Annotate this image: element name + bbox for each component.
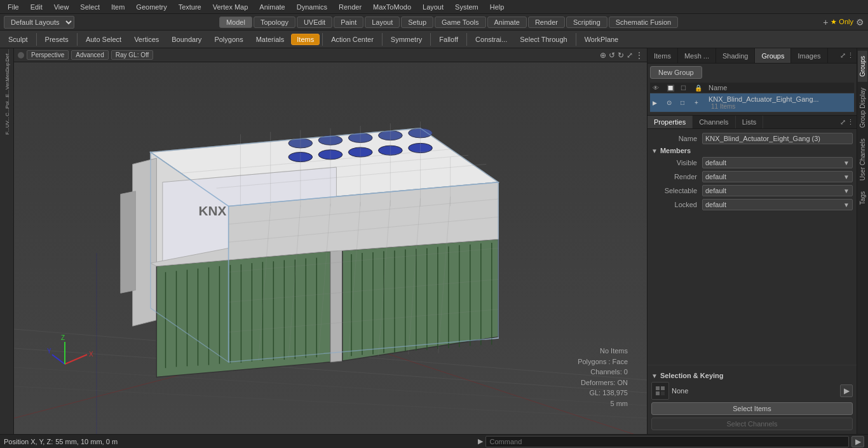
nav-icon-5[interactable]: ⋮	[635, 51, 643, 60]
star-only-label: ★ Only	[831, 18, 853, 26]
render-dropdown[interactable]: default ▼	[702, 171, 853, 182]
sculpt-button[interactable]: Sculpt	[3, 34, 34, 45]
props-more-icon[interactable]: ⋮	[847, 118, 854, 126]
raygl-button[interactable]: Ray GL: Off	[111, 50, 154, 60]
menu-system[interactable]: System	[450, 2, 484, 12]
presets-button[interactable]: Presets	[39, 34, 74, 45]
layout-btn-layout[interactable]: Layout	[365, 17, 400, 28]
props-tab-channels[interactable]: Channels	[693, 116, 735, 128]
auto-select-button[interactable]: Auto Select	[80, 34, 127, 45]
sidebar-item-vertex[interactable]: Ver...	[1, 79, 13, 88]
command-run-button[interactable]: ▶	[851, 436, 864, 447]
action-center-button[interactable]: Action Center	[325, 34, 379, 45]
members-section[interactable]: ▼ Members	[651, 147, 853, 154]
menu-render[interactable]: Render	[334, 2, 367, 12]
viewport-3d[interactable]: KNX	[14, 62, 647, 434]
svg-marker-11	[121, 191, 136, 293]
layout-selector[interactable]: Default Layouts	[4, 16, 74, 29]
layout-btn-uvedit[interactable]: UVEdit	[297, 17, 332, 28]
layout-btn-setup[interactable]: Setup	[401, 17, 433, 28]
tab-mesh[interactable]: Mesh ...	[678, 48, 716, 63]
sel-buttons-row: Select Items	[651, 402, 853, 415]
menu-select[interactable]: Select	[75, 2, 105, 12]
nav-icon-2[interactable]: ↺	[609, 51, 615, 60]
visible-dropdown[interactable]: default ▼	[702, 157, 853, 168]
sel-keying-header[interactable]: ▼ Selection & Keying	[651, 372, 853, 379]
menu-item[interactable]: Item	[106, 2, 130, 12]
props-tab-properties[interactable]: Properties	[648, 116, 693, 128]
menu-maxtomodo[interactable]: MaxToModo	[368, 2, 416, 12]
menu-help[interactable]: Help	[485, 2, 510, 12]
nav-icon-3[interactable]: ↻	[618, 51, 624, 60]
group-item-expand: ▶	[653, 100, 665, 106]
selectable-arrow: ▼	[843, 187, 850, 194]
select-channels-button[interactable]: Select Channels	[651, 417, 853, 430]
layout-btn-paint[interactable]: Paint	[334, 17, 363, 28]
menu-dynamics[interactable]: Dynamics	[292, 2, 332, 12]
menu-geometry[interactable]: Geometry	[131, 2, 172, 12]
tab-images[interactable]: Images	[791, 48, 827, 63]
sidebar-item-f[interactable]: F...	[1, 127, 13, 136]
layout-btn-topology[interactable]: Topology	[254, 17, 295, 28]
viewport-dot[interactable]	[18, 52, 24, 58]
more-icon[interactable]: ⋮	[847, 51, 854, 60]
symmetry-button[interactable]: Symmetry	[385, 34, 428, 45]
command-input[interactable]	[485, 436, 849, 447]
selectable-dropdown[interactable]: default ▼	[702, 185, 853, 196]
vtab-group-display[interactable]: Group Display	[858, 83, 867, 133]
menu-edit[interactable]: Edit	[25, 2, 48, 12]
nav-icon-4[interactable]: ⤢	[627, 51, 633, 60]
layout-btn-gametools[interactable]: Game Tools	[435, 17, 486, 28]
menu-vertex-map[interactable]: Vertex Map	[208, 2, 254, 12]
settings-icon[interactable]: ⚙	[856, 17, 864, 27]
group-list: ▶ ⊙ □ + KNX_Blind_Actuator_Eight_Gang...…	[650, 93, 854, 112]
layout-btn-schematic-fusion[interactable]: Schematic Fusion	[609, 17, 678, 28]
main-area: Def... Dup... Mes... Ver... E... Pol... …	[0, 48, 868, 434]
sel-none-label: None	[672, 387, 688, 395]
vtab-groups[interactable]: Groups	[858, 51, 867, 82]
group-item-1[interactable]: ▶ ⊙ □ + KNX_Blind_Actuator_Eight_Gang...…	[650, 93, 854, 112]
tab-shading[interactable]: Shading	[716, 48, 755, 63]
layout-btn-model[interactable]: Model	[219, 17, 252, 28]
falloff-button[interactable]: Falloff	[433, 34, 464, 45]
left-sidebar: Def... Dup... Mes... Ver... E... Pol... …	[0, 48, 14, 434]
sidebar-item-color[interactable]: C...	[1, 108, 13, 117]
sel-expand-button[interactable]: ▶	[840, 384, 853, 397]
layout-btn-render[interactable]: Render	[528, 17, 565, 28]
props-tab-lists[interactable]: Lists	[736, 116, 764, 128]
deformers-label: Deformers: ON	[578, 377, 628, 388]
advanced-button[interactable]: Advanced	[71, 50, 108, 60]
menu-layout[interactable]: Layout	[417, 2, 449, 12]
boundary-button[interactable]: Boundary	[166, 34, 207, 45]
name-input[interactable]	[702, 133, 853, 144]
expand-panel-icon[interactable]: ⤢	[840, 51, 846, 60]
layout-btn-scripting[interactable]: Scripting	[566, 17, 607, 28]
select-items-button[interactable]: Select Items	[651, 402, 853, 415]
menu-animate[interactable]: Animate	[254, 2, 290, 12]
perspective-button[interactable]: Perspective	[27, 50, 69, 60]
vertices-button[interactable]: Vertices	[128, 34, 165, 45]
materials-button[interactable]: Materials	[250, 34, 290, 45]
menu-view[interactable]: View	[49, 2, 74, 12]
sidebar-item-uv[interactable]: UV...	[1, 118, 13, 126]
workplane-button[interactable]: WorkPlane	[579, 34, 625, 45]
select-through-button[interactable]: Select Through	[514, 34, 573, 45]
tab-groups[interactable]: Groups	[755, 48, 791, 63]
constraints-button[interactable]: Constrai...	[470, 34, 513, 45]
layout-btn-animate[interactable]: Animate	[487, 17, 527, 28]
viewport[interactable]: Perspective Advanced Ray GL: Off ⊕ ↺ ↻ ⤢…	[14, 48, 647, 434]
separator-5	[430, 33, 431, 46]
props-expand-icon[interactable]: ⤢	[840, 118, 846, 126]
vtab-tags[interactable]: Tags	[858, 186, 867, 210]
nav-icon-1[interactable]: ⊕	[600, 51, 606, 60]
add-layout-button[interactable]: +	[823, 17, 828, 27]
items-button[interactable]: Items	[291, 34, 320, 45]
tab-items[interactable]: Items	[648, 48, 678, 63]
menu-texture[interactable]: Texture	[173, 2, 207, 12]
sidebar-item-poly[interactable]: Pol...	[1, 98, 13, 107]
new-group-button[interactable]: New Group	[650, 66, 702, 79]
polygons-button[interactable]: Polygons	[208, 34, 248, 45]
menu-file[interactable]: File	[3, 2, 24, 12]
vtab-user-channels[interactable]: User Channels	[858, 133, 867, 186]
locked-dropdown[interactable]: default ▼	[702, 199, 853, 210]
